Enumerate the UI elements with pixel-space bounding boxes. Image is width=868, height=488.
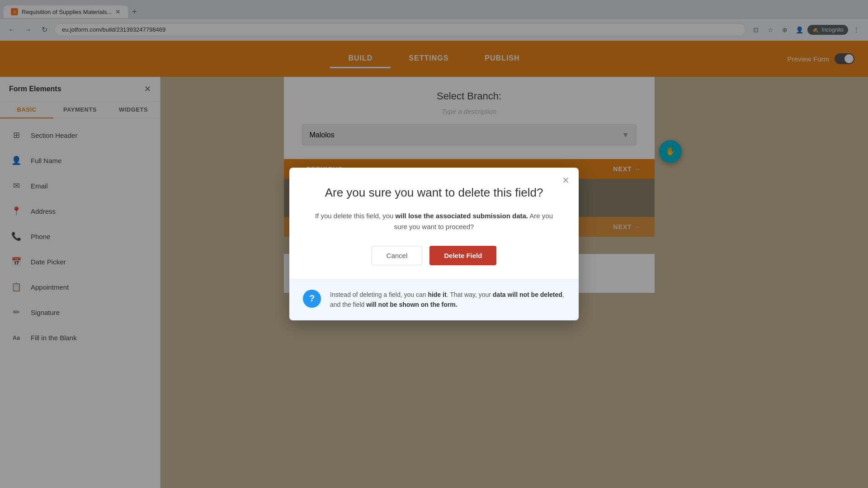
modal-body: If you delete this field, you will lose … — [312, 211, 556, 232]
hint-bold3: will not be shown on the form. — [366, 301, 457, 308]
modal-hint-text: Instead of deleting a field, you can hid… — [330, 290, 565, 310]
delete-field-button[interactable]: Delete Field — [429, 246, 496, 265]
delete-field-modal: ✕ Are you sure you want to delete this f… — [289, 168, 579, 321]
modal-overlay: ✕ Are you sure you want to delete this f… — [0, 0, 868, 488]
hint-icon: ? — [303, 290, 321, 308]
modal-buttons: Cancel Delete Field — [312, 246, 556, 265]
hint-prefix: Instead of deleting a field, you can — [330, 291, 428, 298]
modal-body-bold1: will lose the associated submission data… — [396, 212, 528, 220]
modal-title: Are you sure you want to delete this fie… — [312, 186, 556, 200]
modal-close-button[interactable]: ✕ — [562, 175, 570, 186]
hint-bold2: data will not be deleted — [493, 291, 562, 298]
modal-hint-section: ? Instead of deleting a field, you can h… — [289, 279, 579, 321]
modal-top: ✕ Are you sure you want to delete this f… — [289, 168, 579, 279]
hint-bold1: hide it — [428, 291, 446, 298]
hint-mid1: . That way, your — [447, 291, 493, 298]
modal-body-normal: If you delete this field, you — [315, 212, 396, 220]
cancel-button[interactable]: Cancel — [372, 246, 423, 265]
